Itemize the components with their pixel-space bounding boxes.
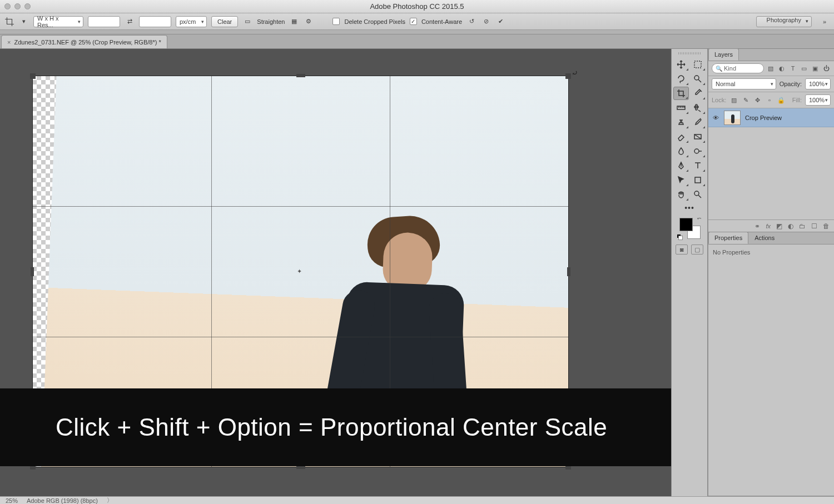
- move-tool[interactable]: [673, 58, 689, 71]
- commit-crop-icon[interactable]: ✔: [495, 17, 505, 27]
- layer-thumbnail[interactable]: [724, 111, 741, 125]
- brush-tool[interactable]: [690, 116, 706, 129]
- layer-row[interactable]: 👁 Crop Preview: [708, 108, 834, 127]
- lock-pixels-icon[interactable]: ✎: [742, 96, 750, 104]
- tab-layers[interactable]: Layers: [708, 48, 739, 61]
- layer-buttons: ⚭ fx ◩ ◐ 🗀 ☐ 🗑: [708, 219, 834, 232]
- adjustment-layer-icon[interactable]: ◐: [788, 222, 793, 230]
- document-tab-row: × Zdunes2_0731.NEF @ 25% (Crop Preview, …: [0, 34, 834, 49]
- status-profile[interactable]: Adobe RGB (1998) (8bpc): [27, 497, 98, 504]
- blend-mode-select[interactable]: Normal: [712, 78, 776, 89]
- crop-height-input[interactable]: [139, 16, 171, 27]
- layer-visibility-icon[interactable]: 👁: [712, 114, 719, 121]
- properties-empty-text: No Properties: [713, 249, 750, 256]
- tab-actions[interactable]: Actions: [748, 232, 781, 244]
- fill-input[interactable]: 100%: [805, 94, 831, 106]
- dodge-tool[interactable]: [690, 144, 706, 158]
- layer-mask-icon[interactable]: ◩: [776, 222, 782, 230]
- pen-tool[interactable]: [673, 159, 689, 172]
- crop-handle-top-left[interactable]: [30, 73, 36, 79]
- delete-layer-icon[interactable]: 🗑: [823, 222, 830, 230]
- tools-panel: ••• ⤺ ◙ ▢: [671, 49, 708, 496]
- overlay-grid-icon[interactable]: ▦: [289, 17, 299, 27]
- new-layer-icon[interactable]: ☐: [811, 222, 817, 230]
- main-row: ⤾ Click + Shift + Option = Proportional …: [0, 49, 834, 496]
- hand-tool[interactable]: [673, 188, 689, 201]
- instruction-overlay: Click + Shift + Option = Proportional Ce…: [0, 388, 671, 466]
- reset-crop-icon[interactable]: ↺: [466, 17, 476, 27]
- canvas-area[interactable]: ⤾ Click + Shift + Option = Proportional …: [0, 49, 671, 496]
- edit-toolbar-icon[interactable]: •••: [684, 203, 694, 212]
- resolution-units-select[interactable]: px/cm: [176, 16, 207, 27]
- cancel-crop-icon[interactable]: ⊘: [481, 17, 491, 27]
- ratio-preset-select[interactable]: W x H x Res...: [33, 16, 83, 27]
- search-icon[interactable]: »: [820, 17, 830, 27]
- quick-select-tool[interactable]: [690, 72, 706, 86]
- crop-tool-icon: [4, 17, 14, 27]
- gradient-tool[interactable]: [690, 130, 706, 143]
- ruler-frame-tool[interactable]: [673, 101, 689, 114]
- svg-point-6: [694, 149, 699, 153]
- quick-mask-icon[interactable]: ◙: [676, 244, 688, 255]
- eyedropper-tool[interactable]: [690, 87, 706, 100]
- crop-handle-left[interactable]: [31, 267, 34, 276]
- crop-grid-line: [33, 206, 568, 207]
- filter-smart-icon[interactable]: ▣: [811, 64, 820, 72]
- lock-transparency-icon[interactable]: ▨: [729, 96, 738, 104]
- swap-dimensions-icon[interactable]: ⇄: [125, 17, 135, 27]
- filter-type-icon[interactable]: T: [788, 64, 797, 72]
- clear-button[interactable]: Clear: [211, 16, 238, 27]
- crop-handle-right[interactable]: [567, 267, 570, 276]
- eraser-tool[interactable]: [673, 130, 689, 143]
- content-aware-checkbox[interactable]: ✓: [410, 18, 417, 25]
- crop-width-input[interactable]: [88, 16, 120, 27]
- straighten-icon[interactable]: ▭: [242, 17, 252, 27]
- marquee-tool[interactable]: [690, 58, 706, 71]
- swap-colors-icon[interactable]: ⤺: [697, 216, 702, 221]
- link-layers-icon[interactable]: ⚭: [754, 222, 760, 230]
- properties-tab-row: Properties Actions: [708, 232, 834, 244]
- color-swatches[interactable]: ⤺: [678, 217, 701, 239]
- panel-grip-icon[interactable]: [678, 52, 701, 54]
- crop-options-gear-icon[interactable]: ⚙: [304, 17, 314, 27]
- preset-chevron-icon[interactable]: ▾: [19, 17, 29, 27]
- layer-group-icon[interactable]: 🗀: [799, 222, 806, 230]
- delete-cropped-checkbox[interactable]: [332, 18, 340, 25]
- svg-point-1: [694, 76, 699, 80]
- type-tool[interactable]: [690, 159, 706, 172]
- status-zoom[interactable]: 25%: [6, 497, 18, 504]
- workspace-select[interactable]: Photography: [756, 16, 812, 27]
- shape-tool[interactable]: [690, 173, 706, 187]
- status-chevron-icon[interactable]: 〉: [107, 496, 113, 504]
- foreground-color-swatch[interactable]: [679, 218, 693, 231]
- zoom-tool[interactable]: [690, 188, 706, 201]
- layer-filter-select[interactable]: 🔍 Kind: [712, 63, 764, 73]
- filter-shape-icon[interactable]: ▭: [800, 64, 808, 72]
- straighten-label[interactable]: Straighten: [257, 18, 285, 25]
- path-select-tool[interactable]: [673, 173, 689, 187]
- svg-rect-3: [696, 104, 697, 110]
- healing-brush-tool[interactable]: [690, 101, 706, 114]
- default-colors-icon[interactable]: [677, 234, 683, 240]
- document-tab[interactable]: × Zdunes2_0731.NEF @ 25% (Crop Preview, …: [1, 35, 167, 48]
- clone-stamp-tool[interactable]: [673, 116, 689, 129]
- filter-toggle-icon[interactable]: ⏻: [822, 64, 831, 72]
- tab-properties[interactable]: Properties: [708, 232, 748, 244]
- crop-handle-top-right[interactable]: [565, 73, 571, 79]
- instruction-text: Click + Shift + Option = Proportional Ce…: [56, 413, 607, 441]
- crop-tool[interactable]: [673, 87, 689, 100]
- lock-all-icon[interactable]: 🔒: [777, 96, 786, 104]
- layer-fx-icon[interactable]: fx: [766, 222, 771, 230]
- lock-position-icon[interactable]: ✥: [753, 96, 762, 104]
- lock-artboard-icon[interactable]: ▫: [765, 96, 773, 104]
- filter-pixel-icon[interactable]: ▧: [766, 64, 775, 72]
- layer-list: 👁 Crop Preview: [708, 108, 834, 219]
- opacity-input[interactable]: 100%: [805, 78, 831, 89]
- blur-tool[interactable]: [673, 144, 689, 158]
- crop-handle-top[interactable]: [296, 74, 305, 77]
- layer-name[interactable]: Crop Preview: [745, 114, 782, 121]
- close-tab-icon[interactable]: ×: [7, 39, 11, 46]
- lasso-tool[interactable]: [673, 72, 689, 86]
- screen-mode-icon[interactable]: ▢: [691, 244, 703, 255]
- filter-adjust-icon[interactable]: ◐: [777, 64, 786, 72]
